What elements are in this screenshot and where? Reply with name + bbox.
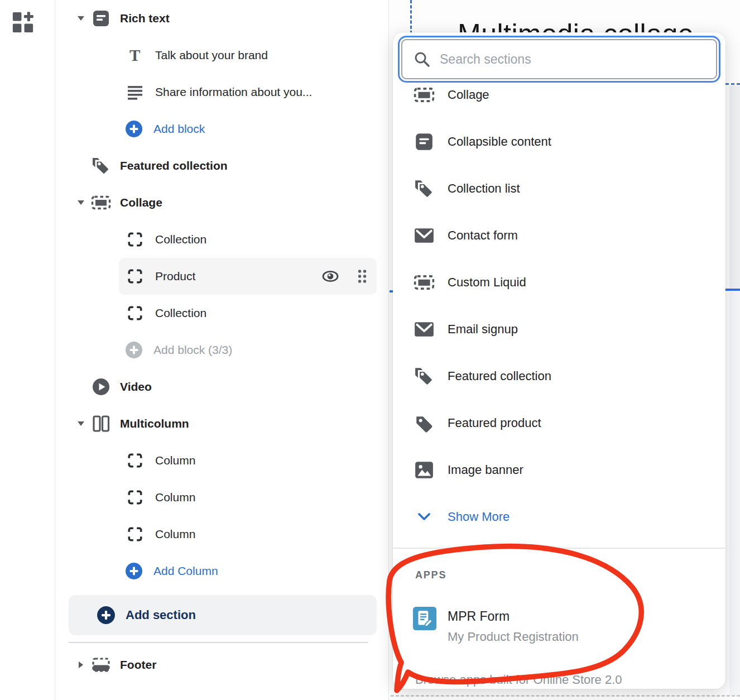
add-section-icon — [97, 606, 116, 625]
section-option-label: Collection list — [448, 181, 520, 196]
section-option-label: Custom Liquid — [448, 275, 526, 290]
tree-label: Featured collection — [120, 159, 228, 172]
section-option-collage[interactable]: Collage — [393, 86, 725, 118]
heading-t-icon: T — [126, 47, 144, 64]
collage-icon — [413, 272, 435, 293]
tree-label: Product — [155, 270, 195, 283]
section-option-email-signup[interactable]: Email signup — [393, 306, 725, 353]
tree-label: Talk about your brand — [155, 49, 268, 62]
add-block-label: Add block — [153, 122, 205, 136]
apps-panel: APPS MPR Form My Product Registration Br… — [393, 548, 725, 689]
tree-label: Rich text — [120, 12, 170, 25]
tree-label: Multicolumn — [120, 417, 189, 430]
app-item-mpr-form[interactable]: MPR Form My Product Registration — [413, 607, 714, 644]
section-options-list: Collage Collapsible content Collection l… — [393, 86, 725, 547]
section-outline-dashed-bottom — [391, 695, 740, 697]
frame-corners-icon — [126, 452, 144, 469]
tree-label: Column — [155, 491, 195, 504]
tree-label: Collection — [155, 306, 206, 320]
tree-block-collection[interactable]: Collection — [56, 295, 388, 332]
show-more-button[interactable]: Show More — [393, 493, 725, 540]
tree-section-multicolumn[interactable]: Multicolumn — [56, 405, 388, 442]
add-column-label: Add Column — [153, 564, 218, 578]
frame-corners-icon — [126, 305, 144, 322]
search-box — [398, 36, 720, 83]
tags-icon — [413, 366, 435, 386]
section-option-collection-list[interactable]: Collection list — [393, 165, 725, 212]
chevron-down-icon[interactable] — [74, 15, 88, 22]
svg-text:T: T — [129, 47, 140, 64]
eye-icon[interactable] — [321, 268, 339, 285]
section-option-collapsible-content[interactable]: Collapsible content — [393, 118, 725, 165]
add-icon-disabled — [125, 341, 143, 359]
tree-block-heading[interactable]: T Talk about your brand — [56, 37, 388, 74]
section-option-contact-form[interactable]: Contact form — [393, 212, 725, 259]
add-section-label: Add section — [126, 608, 196, 622]
frame-corners-icon — [126, 489, 144, 506]
apps-header: APPS — [415, 569, 446, 581]
tree-label: Column — [155, 528, 195, 541]
search-sections-input[interactable] — [440, 52, 705, 67]
preview-background — [729, 291, 740, 696]
tree-label: Column — [155, 454, 195, 467]
section-tree-panel: Rich text T Talk about your brand Share … — [56, 0, 389, 700]
chevron-down-icon[interactable] — [74, 199, 88, 206]
section-option-label: Collapsible content — [448, 135, 551, 149]
tree-block-column[interactable]: Column — [56, 442, 388, 479]
tree-section-collage[interactable]: Collage — [56, 184, 388, 221]
tree-block-text[interactable]: Share information about you... — [56, 74, 388, 111]
collage-icon — [413, 86, 435, 105]
tree-block-product-selected[interactable]: Product — [119, 258, 377, 295]
tree-block-column[interactable]: Column — [56, 516, 388, 553]
section-option-custom-liquid[interactable]: Custom Liquid — [393, 259, 725, 306]
footer-icon — [91, 655, 111, 674]
tree-section-featured-collection[interactable]: Featured collection — [56, 147, 388, 184]
sections-grid-plus-icon[interactable] — [11, 10, 35, 35]
mpr-app-icon — [413, 607, 436, 644]
tree-section-rich-text[interactable]: Rich text — [56, 0, 388, 37]
add-column-button[interactable]: Add Column — [56, 553, 388, 589]
drag-handle-icon[interactable] — [357, 269, 367, 284]
add-section-popup: Collage Collapsible content Collection l… — [393, 32, 725, 689]
browse-apps-link[interactable]: Browse apps built for Online Store 2.0 — [415, 673, 622, 687]
section-boundary-line-right — [725, 289, 740, 291]
rich-text-icon — [413, 132, 435, 152]
add-section-button[interactable]: Add section — [69, 595, 377, 635]
paragraph-icon — [126, 84, 144, 100]
search-icon — [414, 51, 430, 68]
section-option-featured-product[interactable]: Featured product — [393, 400, 725, 447]
section-option-label: Featured collection — [448, 369, 551, 383]
chevron-down-icon — [413, 511, 435, 522]
frame-corners-icon — [126, 526, 144, 543]
section-option-featured-collection[interactable]: Featured collection — [393, 353, 725, 400]
tree-label: Video — [120, 380, 152, 394]
chevron-down-icon[interactable] — [74, 420, 88, 427]
section-option-label: Collage — [448, 88, 489, 102]
add-icon — [125, 120, 143, 138]
tree-block-collection[interactable]: Collection — [56, 221, 388, 258]
app-subtitle: My Product Registration — [448, 630, 579, 644]
add-block-limit-label: Add block (3/3) — [153, 343, 232, 357]
rich-text-icon — [91, 9, 111, 28]
section-option-label: Email signup — [448, 322, 518, 337]
section-option-image-banner[interactable]: Image banner — [393, 447, 725, 493]
add-block-button[interactable]: Add block — [56, 111, 388, 147]
tree-section-footer[interactable]: Footer — [56, 646, 388, 683]
tree-block-column[interactable]: Column — [56, 479, 388, 516]
tree-divider — [69, 642, 368, 643]
tree-label: Collection — [155, 233, 206, 246]
envelope-icon — [413, 320, 435, 338]
section-outline-dashed-top — [725, 83, 740, 85]
app-title: MPR Form — [448, 609, 579, 624]
section-option-label: Featured product — [448, 416, 541, 430]
tag-icon — [413, 413, 435, 433]
chevron-right-icon[interactable] — [74, 660, 88, 669]
preview-image-placeholder — [729, 85, 740, 290]
image-icon — [413, 460, 435, 480]
envelope-icon — [413, 227, 435, 244]
show-more-label: Show More — [448, 510, 510, 524]
section-option-label: Contact form — [448, 228, 518, 243]
tree-section-video[interactable]: Video — [56, 368, 388, 405]
collage-icon — [91, 193, 111, 212]
frame-corners-icon — [126, 231, 144, 248]
